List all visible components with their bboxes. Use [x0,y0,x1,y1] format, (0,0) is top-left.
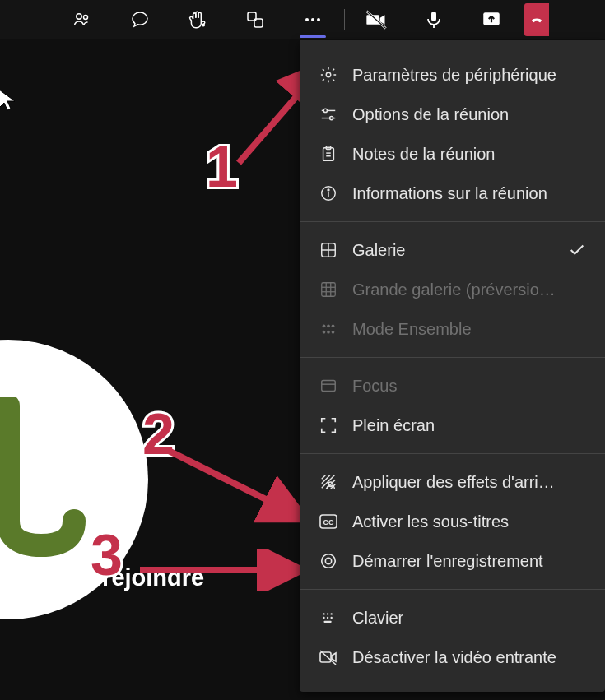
menu-together-mode: Mode Ensemble [300,309,605,349]
toolbar-divider [344,9,345,30]
svg-line-14 [169,451,300,517]
svg-point-54 [323,613,324,614]
arrow-3 [132,549,313,591]
check-icon [567,241,587,259]
record-icon [318,550,339,572]
menu-large-gallery: Grande galerie (préversio… [300,270,605,309]
menu-separator [300,589,605,590]
cc-icon: CC [318,511,339,532]
menu-label: Mode Ensemble [352,320,587,339]
menu-background-effects[interactable]: Appliquer des effets d'arri… [300,462,605,502]
menu-separator [300,453,605,454]
more-button[interactable] [296,3,329,36]
notes-icon [318,143,339,165]
svg-rect-10 [431,12,436,21]
menu-meeting-notes[interactable]: Notes de la réunion [300,134,605,174]
svg-point-56 [330,613,332,614]
svg-point-36 [323,325,326,328]
menu-label: Informations sur la réunion [352,184,587,203]
menu-disable-incoming-video[interactable]: Désactiver la vidéo entrante [300,637,605,677]
menu-gallery[interactable]: Galerie [300,230,605,270]
svg-point-20 [330,116,333,119]
svg-rect-60 [324,621,332,623]
menu-label: Paramètres de périphérique [352,66,587,85]
svg-text:CC: CC [323,518,334,526]
menu-start-recording[interactable]: Démarrer l'enregistrement [300,541,605,581]
menu-separator [300,357,605,358]
leave-button[interactable] [524,3,549,36]
menu-label: Plein écran [352,416,587,435]
svg-point-6 [311,18,314,21]
menu-device-settings[interactable]: Paramètres de périphérique [300,55,605,95]
menu-label: Galerie [352,241,567,260]
svg-rect-42 [322,381,336,392]
svg-point-53 [325,558,331,563]
large-gallery-icon [318,279,339,300]
effects-icon [318,471,339,493]
svg-point-19 [323,109,327,112]
info-icon [318,183,339,204]
svg-point-57 [323,617,324,619]
more-active-indicator [300,35,326,38]
meeting-toolbar [0,0,605,39]
svg-rect-61 [320,652,331,662]
menu-meeting-options[interactable]: Options de la réunion [300,95,605,134]
svg-point-40 [327,331,330,334]
gallery-icon [318,239,339,261]
keyboard-icon [318,607,339,628]
svg-point-16 [326,72,331,77]
svg-point-52 [322,554,336,568]
svg-point-39 [323,331,326,334]
chat-button[interactable] [123,3,156,36]
raise-hand-button[interactable] [181,3,214,36]
menu-label: Focus [352,377,587,396]
share-button[interactable] [475,3,508,36]
menu-label: Désactiver la vidéo entrante [352,648,587,667]
cursor-icon [0,89,16,112]
svg-point-37 [327,325,330,328]
mic-toggle-button[interactable] [417,3,450,36]
rooms-button[interactable] [239,3,272,36]
svg-point-7 [317,18,320,21]
more-actions-menu: Paramètres de périphérique Options de la… [300,40,605,692]
menu-label: Notes de la réunion [352,145,587,164]
svg-rect-31 [322,283,336,297]
menu-label: Clavier [352,609,587,628]
menu-focus: Focus [300,366,605,406]
people-button[interactable] [66,3,99,36]
svg-point-5 [305,18,309,21]
menu-separator [300,221,605,222]
menu-label: Grande galerie (préversio… [352,280,587,299]
svg-point-38 [332,325,335,328]
menu-label: Démarrer l'enregistrement [352,552,587,571]
gear-icon [318,64,339,86]
annotation-3: 3 [91,522,123,588]
svg-point-59 [330,617,332,619]
sliders-icon [318,104,339,125]
menu-label: Options de la réunion [352,105,587,124]
menu-label: Appliquer des effets d'arri… [352,473,587,492]
menu-label: Activer les sous-titres [352,512,587,531]
menu-keyboard[interactable]: Clavier [300,598,605,637]
camera-toggle-button[interactable] [360,3,393,36]
svg-point-27 [328,189,329,191]
svg-point-55 [327,613,328,614]
svg-line-44 [322,475,326,480]
fullscreen-icon [318,415,339,436]
menu-fullscreen[interactable]: Plein écran [300,406,605,445]
svg-point-0 [77,14,81,19]
menu-meeting-info[interactable]: Informations sur la réunion [300,174,605,213]
menu-captions[interactable]: CC Activer les sous-titres [300,502,605,541]
arrow-2 [161,443,317,541]
svg-point-41 [332,331,335,334]
svg-point-1 [84,16,88,20]
together-icon [318,318,339,340]
focus-icon [318,375,339,396]
video-off-icon [318,647,339,668]
svg-point-58 [327,617,328,619]
